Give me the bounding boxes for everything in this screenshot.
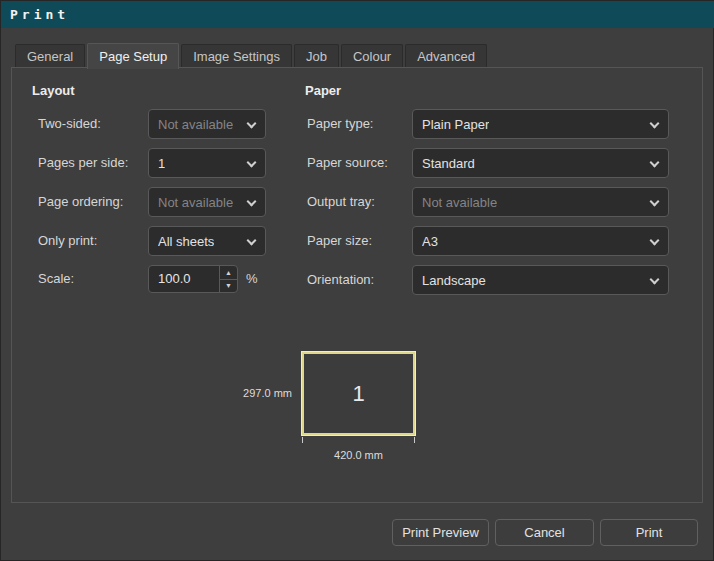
spinner-buttons: ▲ ▼ bbox=[219, 266, 237, 292]
paper-source-label: Paper source: bbox=[307, 148, 388, 178]
chevron-down-icon bbox=[247, 119, 257, 129]
pages-per-side-dropdown[interactable]: 1 bbox=[148, 148, 266, 178]
page-width-label: 420.0 mm bbox=[302, 449, 415, 461]
cancel-button[interactable]: Cancel bbox=[495, 519, 594, 546]
tab-job[interactable]: Job bbox=[294, 44, 339, 68]
paper-type-label: Paper type: bbox=[307, 109, 374, 139]
scale-value: 100.0 bbox=[158, 266, 191, 292]
chevron-down-icon bbox=[650, 158, 660, 168]
tab-general[interactable]: General bbox=[15, 44, 85, 68]
paper-source-dropdown[interactable]: Standard bbox=[412, 148, 669, 178]
scale-spinner[interactable]: 100.0 ▲ ▼ bbox=[148, 265, 238, 293]
two-sided-dropdown[interactable]: Not available bbox=[148, 109, 266, 139]
two-sided-value: Not available bbox=[158, 117, 233, 132]
paper-source-value: Standard bbox=[422, 156, 475, 171]
page-ordering-dropdown[interactable]: Not available bbox=[148, 187, 266, 217]
page-preview: 1 bbox=[302, 352, 415, 435]
page-height-label: 297.0 mm bbox=[182, 387, 292, 399]
page-setup-panel: Layout Two-sided: Pages per side: Page o… bbox=[11, 67, 703, 503]
print-preview-button[interactable]: Print Preview bbox=[392, 519, 489, 546]
paper-size-dropdown[interactable]: A3 bbox=[412, 226, 669, 256]
chevron-down-icon bbox=[650, 119, 660, 129]
spin-down-icon[interactable]: ▼ bbox=[220, 280, 237, 293]
paper-type-dropdown[interactable]: Plain Paper bbox=[412, 109, 669, 139]
output-tray-label: Output tray: bbox=[307, 187, 375, 217]
chevron-down-icon bbox=[247, 236, 257, 246]
chevron-down-icon bbox=[247, 158, 257, 168]
only-print-dropdown[interactable]: All sheets bbox=[148, 226, 266, 256]
paper-size-value: A3 bbox=[422, 234, 438, 249]
pages-per-side-label: Pages per side: bbox=[38, 148, 128, 178]
output-tray-dropdown[interactable]: Not available bbox=[412, 187, 669, 217]
print-dialog: Print General Page Setup Image Settings … bbox=[0, 0, 714, 561]
paper-type-value: Plain Paper bbox=[422, 117, 489, 132]
tab-image-settings[interactable]: Image Settings bbox=[181, 44, 292, 68]
two-sided-label: Two-sided: bbox=[38, 109, 101, 139]
chevron-down-icon bbox=[650, 275, 660, 285]
tab-bar: General Page Setup Image Settings Job Co… bbox=[15, 43, 489, 68]
scale-label: Scale: bbox=[38, 264, 74, 294]
layout-section-title: Layout bbox=[32, 83, 75, 98]
tab-page-setup[interactable]: Page Setup bbox=[87, 43, 179, 69]
width-measure-bracket bbox=[302, 437, 415, 443]
output-tray-value: Not available bbox=[422, 195, 497, 210]
page-ordering-label: Page ordering: bbox=[38, 187, 123, 217]
chevron-down-icon bbox=[650, 236, 660, 246]
page-ordering-value: Not available bbox=[158, 195, 233, 210]
chevron-down-icon bbox=[247, 197, 257, 207]
only-print-label: Only print: bbox=[38, 226, 97, 256]
chevron-down-icon bbox=[650, 197, 660, 207]
tab-colour[interactable]: Colour bbox=[341, 44, 403, 68]
window-title: Print bbox=[1, 7, 69, 22]
orientation-label: Orientation: bbox=[307, 265, 374, 295]
only-print-value: All sheets bbox=[158, 234, 214, 249]
pages-per-side-value: 1 bbox=[158, 156, 165, 171]
scale-percent-label: % bbox=[246, 264, 258, 294]
page-number: 1 bbox=[352, 381, 364, 407]
paper-size-label: Paper size: bbox=[307, 226, 372, 256]
paper-section-title: Paper bbox=[305, 83, 341, 98]
titlebar[interactable]: Print bbox=[1, 1, 714, 28]
orientation-value: Landscape bbox=[422, 273, 486, 288]
orientation-dropdown[interactable]: Landscape bbox=[412, 265, 669, 295]
spin-up-icon[interactable]: ▲ bbox=[220, 266, 237, 280]
print-button[interactable]: Print bbox=[600, 519, 698, 546]
tab-advanced[interactable]: Advanced bbox=[405, 44, 487, 68]
